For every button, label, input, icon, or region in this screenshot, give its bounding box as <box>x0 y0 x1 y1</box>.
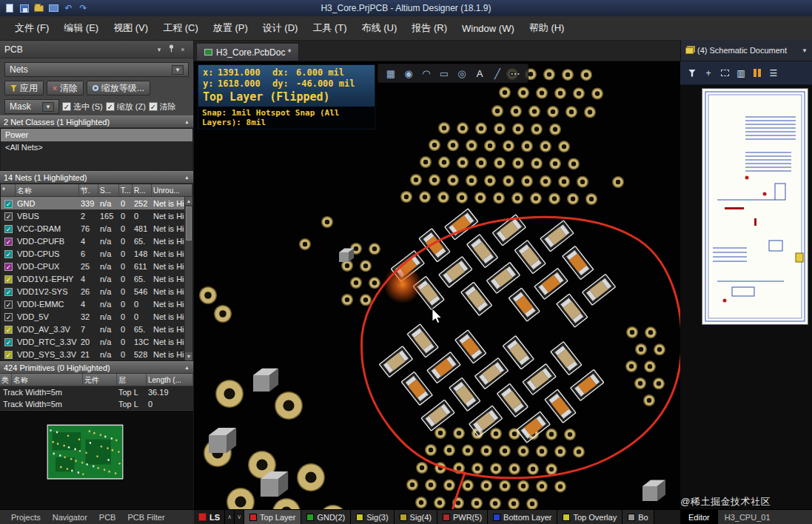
active-schematic-name[interactable]: H3_CPU_01 <box>718 510 777 524</box>
menu-item-8[interactable]: 布线 (U) <box>355 18 405 38</box>
net-row[interactable]: ✓VDD1V1-EPHY4n/a065.Net is Hid <box>1 272 192 285</box>
layer-scroll-left-icon[interactable]: ∧ <box>225 510 235 524</box>
primitives-column-header[interactable]: 层 <box>117 374 147 386</box>
pcb-3d-view[interactable]: x: 1391.000 dx: 6.000 mil y: 1618.000 dy… <box>194 61 680 509</box>
primitives-column-header[interactable]: 类 <box>0 374 12 386</box>
nets-column-header[interactable]: 节. <box>79 184 98 196</box>
board-icon[interactable]: ▦ <box>383 66 399 81</box>
panel-tab-projects[interactable]: Projects <box>6 513 46 522</box>
panel-mode-select[interactable]: Nets ▼ <box>4 62 189 77</box>
net-visibility-checkbox[interactable]: ✓ <box>4 263 13 271</box>
net-visibility-checkbox[interactable]: ✓ <box>4 200 13 208</box>
checkbox-2[interactable]: ✓缩放 (Z) <box>106 101 146 112</box>
net-row[interactable]: ✓VDDI-EMMC4n/a00Net is Hid <box>1 298 192 310</box>
text-icon[interactable]: A <box>472 66 488 81</box>
net-row[interactable]: ✓VBUS216500Net is Hid <box>1 209 192 222</box>
panel-menu-icon[interactable]: ▾ <box>153 46 165 53</box>
nets-column-header[interactable]: Unrou... <box>152 184 192 196</box>
menu-icon[interactable]: ☰ <box>768 67 779 79</box>
line-icon[interactable]: ╱ <box>489 66 506 81</box>
panel-tab-pcb[interactable]: PCB <box>94 513 121 522</box>
primitive-row[interactable]: Track Width=5mTop L36.19 <box>0 386 193 398</box>
filter-funnel-icon[interactable] <box>686 67 698 79</box>
net-visibility-checkbox[interactable]: ✓ <box>4 313 13 321</box>
arc-icon[interactable]: ◠ <box>418 66 434 81</box>
panels-icon[interactable]: ▥ <box>735 67 747 79</box>
layer-tab[interactable]: Sig(3) <box>351 510 394 524</box>
layer-tab[interactable]: Sig(4) <box>395 510 437 524</box>
nets-column-header[interactable]: S... <box>98 184 119 196</box>
layer-tab[interactable]: PWR(5) <box>437 510 488 524</box>
nets-column-header[interactable]: T... <box>119 184 132 196</box>
layer-scroll-right-icon[interactable]: ∨ <box>235 510 244 524</box>
board-preview[interactable] <box>0 410 193 509</box>
menu-item-3[interactable]: 视图 (V) <box>106 18 155 38</box>
net-row[interactable]: ✓VDD_RTC_3.3V20n/a013CNet is Hid <box>1 335 192 348</box>
tab-pcbdoc[interactable]: H3_Core.PcbDoc * <box>196 43 299 61</box>
nets-table-header[interactable]: *名称节.S...T...R...Unrou... <box>1 184 192 197</box>
open-project-icon[interactable] <box>48 3 59 13</box>
layer-tab[interactable]: Top Overlay <box>557 510 623 524</box>
net-visibility-checkbox[interactable]: ✓ <box>4 338 13 346</box>
schematic-sheet-preview[interactable] <box>702 89 808 324</box>
net-row[interactable]: ✓VDD_AV_3.3V7n/a065.Net is Hid <box>1 323 192 335</box>
save-icon[interactable] <box>19 3 30 13</box>
select-region-icon[interactable] <box>719 67 731 79</box>
net-classes-section-header[interactable]: 2 Net Classes (1 Highlighted) ▲ <box>0 115 193 128</box>
clear-button[interactable]: × 清除 <box>47 81 84 95</box>
pad-icon[interactable]: ◉ <box>400 66 417 81</box>
undo-icon[interactable]: ↶ <box>63 3 74 13</box>
primitives-table-header[interactable]: 类名称元件层Length (... <box>0 374 193 386</box>
net-row[interactable]: ✓VDD_5V32n/a00Net is Hid <box>1 310 192 323</box>
checkbox-box[interactable]: ✓ <box>106 102 115 111</box>
pin-icon[interactable] <box>165 44 177 54</box>
net-visibility-checkbox[interactable]: ✓ <box>4 300 13 309</box>
checkbox-1[interactable]: ✓选中 (S) <box>62 101 103 112</box>
checkbox-3[interactable]: ✓清除 <box>149 101 176 112</box>
nets-section-header[interactable]: 14 Nets (1 Highlighted) ▲ <box>0 171 193 184</box>
net-visibility-checkbox[interactable]: ✓ <box>4 275 13 283</box>
net-visibility-checkbox[interactable]: ✓ <box>4 250 13 258</box>
add-icon[interactable]: + <box>702 67 714 79</box>
scroll-up-icon[interactable]: ▲ <box>185 197 192 205</box>
net-visibility-checkbox[interactable]: ✓ <box>4 225 13 233</box>
net-row[interactable]: ✓VCC-DRAM76n/a0481Net is Hid <box>1 222 192 235</box>
net-row[interactable]: ✓VDD_SYS_3.3V21n/a0528Net is Hid <box>1 348 192 360</box>
layer-tab[interactable]: Top Layer <box>244 510 301 524</box>
primitives-column-header[interactable]: Length (... <box>147 374 193 386</box>
columns-icon[interactable] <box>751 67 763 79</box>
more-icon[interactable]: ⋯ <box>507 66 523 81</box>
panel-tab-navigator[interactable]: Navigator <box>47 513 93 522</box>
primitive-row[interactable]: Track Width=5mTop L0 <box>0 398 193 410</box>
menu-item-9[interactable]: 报告 (R) <box>404 18 454 38</box>
primitives-column-header[interactable]: 元件 <box>83 374 117 386</box>
via-icon[interactable]: ◎ <box>454 66 470 81</box>
checkbox-box[interactable]: ✓ <box>62 102 71 111</box>
menu-item-6[interactable]: 设计 (D) <box>255 18 306 38</box>
net-row[interactable]: ✓GND339n/a0252Net is Hid <box>1 197 192 209</box>
net-visibility-checkbox[interactable]: ✓ <box>4 212 13 221</box>
redo-icon[interactable]: ↷ <box>78 3 89 13</box>
net-visibility-checkbox[interactable]: ✓ <box>4 288 13 296</box>
menu-item-11[interactable]: 帮助 (H) <box>522 18 572 38</box>
close-icon[interactable]: × <box>177 46 189 53</box>
editor-tab[interactable]: Editor <box>680 510 718 524</box>
nets-column-header[interactable]: R... <box>132 184 152 196</box>
menu-item-4[interactable]: 工程 (C) <box>155 18 206 38</box>
menu-item-5[interactable]: 放置 (P) <box>206 18 255 38</box>
net-class-row[interactable]: Power <box>1 129 192 141</box>
nets-column-header[interactable]: * <box>1 184 16 196</box>
layer-tab[interactable]: Bo <box>623 510 654 524</box>
mask-select[interactable]: Mask ▼ <box>4 99 59 114</box>
fill-icon[interactable]: ▭ <box>436 66 452 81</box>
menu-item-1[interactable]: 文件 (F) <box>7 18 56 38</box>
net-row[interactable]: ✓VDD-CPUX25n/a0611Net is Hid <box>1 260 192 272</box>
menu-item-7[interactable]: 工具 (T) <box>305 18 354 38</box>
net-row[interactable]: ✓VDD-CPUFB4n/a065.Net is Hid <box>1 235 192 247</box>
net-row[interactable]: ✓VDD-CPUS6n/a0148Net is Hid <box>1 247 192 260</box>
zoom-level-button[interactable]: 缩放等级... <box>87 81 150 95</box>
new-document-icon[interactable] <box>4 3 15 13</box>
apply-button[interactable]: 应用 <box>4 81 44 95</box>
primitives-column-header[interactable]: 名称 <box>12 374 83 386</box>
layer-tab[interactable]: Bottom Layer <box>488 510 557 524</box>
